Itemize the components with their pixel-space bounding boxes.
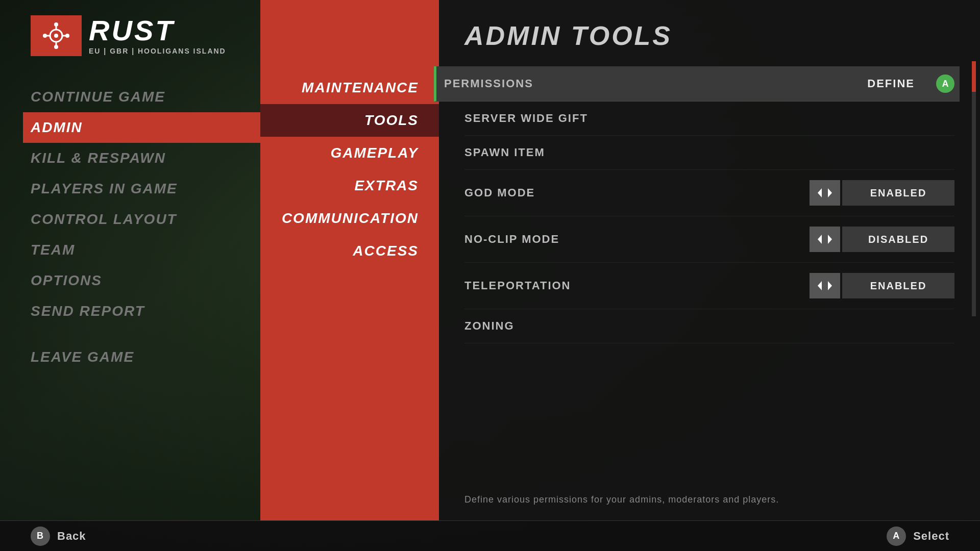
setting-row-spawn-item[interactable]: SPAWN ITEM	[464, 136, 954, 170]
svg-marker-14	[828, 235, 832, 244]
no-clip-mode-arrow[interactable]	[810, 227, 840, 252]
mid-item-access[interactable]: ACCESS	[260, 235, 439, 267]
sidebar-item-team[interactable]: TEAM	[31, 235, 260, 265]
svg-marker-15	[818, 281, 822, 290]
svg-marker-13	[818, 235, 822, 244]
mid-item-communication[interactable]: COMMUNICATION	[260, 202, 439, 235]
mid-item-extras[interactable]: EXTRAS	[260, 169, 439, 202]
a-button-icon: A	[887, 527, 906, 546]
scrollbar[interactable]	[972, 61, 976, 316]
setting-row-no-clip-mode[interactable]: NO-CLIP MODE DISABLED	[464, 216, 954, 263]
sidebar-item-admin[interactable]: ADMIN	[23, 112, 260, 143]
sidebar-item-continue-game[interactable]: CONTINUE GAME	[31, 82, 260, 112]
settings-list: PERMISSIONS DEFINE A SERVER WIDE GIFT SP…	[464, 66, 954, 484]
sidebar-item-players-in-game[interactable]: PLAYERS IN GAME	[31, 173, 260, 204]
permissions-label: PERMISSIONS	[444, 77, 867, 90]
rust-logo	[31, 15, 82, 56]
svg-point-10	[65, 34, 69, 38]
scrollbar-thumb	[972, 61, 976, 92]
zoning-label: ZONING	[464, 319, 954, 333]
svg-point-9	[43, 34, 47, 38]
back-label: Back	[57, 530, 86, 543]
logo-text-area: RUST EU | GBR | HOOLIGANS ISLAND	[89, 16, 226, 55]
svg-marker-16	[828, 281, 832, 290]
setting-row-server-wide-gift[interactable]: SERVER WIDE GIFT	[464, 102, 954, 136]
b-button-icon: B	[31, 527, 50, 546]
god-mode-arrow[interactable]	[810, 180, 840, 206]
app-title: RUST	[89, 16, 226, 45]
server-wide-gift-label: SERVER WIDE GIFT	[464, 112, 954, 125]
svg-marker-11	[818, 188, 822, 197]
no-clip-mode-value: DISABLED	[842, 227, 954, 252]
panel-title: ADMIN TOOLS	[464, 20, 954, 51]
middle-menu: MAINTENANCE TOOLS GAMEPLAY EXTRAS COMMUN…	[260, 0, 439, 520]
setting-row-zoning[interactable]: ZONING	[464, 309, 954, 343]
setting-row-permissions[interactable]: PERMISSIONS DEFINE A	[434, 66, 960, 102]
teleportation-label: TELEPORTATION	[464, 279, 810, 292]
svg-point-7	[54, 22, 58, 27]
back-button[interactable]: B Back	[31, 527, 86, 546]
select-label: Select	[913, 530, 949, 543]
sidebar-item-options[interactable]: OPTIONS	[31, 265, 260, 296]
mid-item-maintenance[interactable]: MAINTENANCE	[260, 71, 439, 104]
sidebar-item-send-report[interactable]: SEND REPORT	[31, 296, 260, 327]
setting-row-god-mode[interactable]: GOD MODE ENABLED	[464, 170, 954, 216]
god-mode-control: ENABLED	[810, 180, 954, 206]
spawn-item-label: SPAWN ITEM	[464, 146, 954, 159]
teleportation-control: ENABLED	[810, 273, 954, 298]
svg-point-2	[54, 34, 58, 38]
god-mode-label: GOD MODE	[464, 186, 810, 199]
no-clip-mode-control: DISABLED	[810, 227, 954, 252]
nav-items: CONTINUE GAME ADMIN KILL & RESPAWN PLAYE…	[31, 82, 260, 372]
logo-area: RUST EU | GBR | HOOLIGANS ISLAND	[31, 15, 260, 56]
sidebar: RUST EU | GBR | HOOLIGANS ISLAND CONTINU…	[0, 0, 260, 520]
setting-row-teleportation[interactable]: TELEPORTATION ENABLED	[464, 263, 954, 309]
svg-marker-12	[828, 188, 832, 197]
svg-point-8	[54, 45, 58, 49]
description-text: Define various permissions for your admi…	[464, 494, 954, 505]
no-clip-mode-label: NO-CLIP MODE	[464, 233, 810, 246]
god-mode-value: ENABLED	[842, 180, 954, 206]
right-panel: ADMIN TOOLS PERMISSIONS DEFINE A SERVER …	[439, 0, 980, 520]
teleportation-arrow[interactable]	[810, 273, 840, 298]
bottom-bar: B Back A Select	[0, 520, 980, 551]
mid-item-tools[interactable]: TOOLS	[260, 104, 439, 137]
teleportation-value: ENABLED	[842, 273, 954, 298]
sidebar-item-control-layout[interactable]: CONTROL LAYOUT	[31, 204, 260, 235]
sidebar-item-leave-game[interactable]: LEAVE GAME	[31, 342, 260, 372]
a-badge: A	[936, 74, 954, 93]
sidebar-item-kill-respawn[interactable]: KILL & RESPAWN	[31, 143, 260, 173]
define-button[interactable]: DEFINE	[867, 77, 915, 90]
mid-item-gameplay[interactable]: GAMEPLAY	[260, 137, 439, 169]
server-info: EU | GBR | HOOLIGANS ISLAND	[89, 47, 226, 55]
select-button[interactable]: A Select	[887, 527, 949, 546]
